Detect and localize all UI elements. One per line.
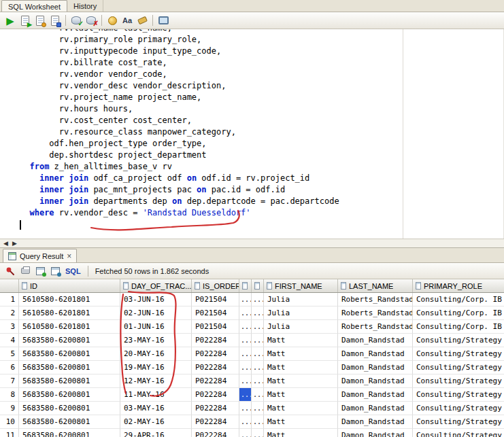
grid-cell[interactable]: Matt — [264, 415, 338, 429]
commit-button[interactable]: ✓ — [69, 13, 84, 28]
column-header[interactable] — [239, 279, 252, 292]
grid-cell[interactable]: Matt — [264, 388, 338, 402]
grid-cell[interactable]: Consulting/Corp. IB — [413, 293, 504, 307]
grid-cell[interactable]: ... — [239, 334, 252, 347]
row-number-cell[interactable]: 5 — [0, 347, 19, 361]
grid-cell[interactable]: Roberts_Randstad — [338, 320, 413, 334]
grid-cell[interactable]: Damon_Randstad — [338, 429, 413, 437]
grid-cell[interactable]: Consulting/Strategy — [413, 361, 504, 374]
grid-cell[interactable]: P021504 — [192, 307, 239, 320]
grid-cell[interactable]: P022284 — [192, 361, 239, 374]
row-number-cell[interactable]: 1 — [0, 293, 19, 307]
grid-cell[interactable]: 23-MAY-16 — [120, 334, 192, 347]
grid-cell[interactable]: P022284 — [192, 347, 239, 361]
row-number-cell[interactable]: 6 — [0, 361, 19, 374]
grid-cell[interactable]: ... — [252, 361, 264, 374]
grid-cell[interactable]: 5683580-6200801 — [19, 374, 120, 388]
fetch-grid-button[interactable] — [48, 264, 63, 279]
grid-cell[interactable]: Damon_Randstad — [338, 415, 413, 429]
grid-cell[interactable]: Matt — [264, 429, 338, 437]
grid-cell[interactable]: Consulting/Strategy — [413, 388, 504, 402]
grid-cell[interactable]: ... — [252, 429, 264, 437]
grid-cell[interactable]: P022284 — [192, 374, 239, 388]
grid-cell[interactable]: 5683580-6200801 — [19, 347, 120, 361]
grid-cell[interactable]: P022284 — [192, 388, 239, 402]
run-statement-button[interactable]: ▶ — [3, 13, 18, 28]
grid-cell[interactable]: ... — [252, 293, 264, 307]
grid-cell[interactable]: ... — [239, 429, 252, 437]
scroll-left-icon[interactable]: ◀ — [3, 241, 8, 247]
grid-cell[interactable]: ... — [252, 334, 264, 347]
grid-cell[interactable]: Matt — [264, 361, 338, 374]
grid-cell[interactable]: Matt — [264, 402, 338, 415]
case-toggle-button[interactable]: Aa — [120, 13, 135, 28]
column-header[interactable] — [252, 279, 264, 292]
grid-cell[interactable]: P022284 — [192, 402, 239, 415]
grid-cell[interactable]: ... — [239, 347, 252, 361]
tab-history[interactable]: History — [67, 0, 103, 12]
grid-cell[interactable]: ... — [252, 402, 264, 415]
grid-cell[interactable]: ... — [252, 374, 264, 388]
refresh-grid-button[interactable] — [33, 264, 48, 279]
grid-cell[interactable]: Matt — [264, 334, 338, 347]
grid-cell[interactable]: ... — [252, 415, 264, 429]
grid-cell[interactable]: ... — [239, 415, 252, 429]
grid-cell[interactable]: 01-JUN-16 — [120, 320, 192, 334]
monitor-button[interactable] — [156, 13, 171, 28]
grid-cell[interactable]: Consulting/Corp. IB — [413, 320, 504, 334]
column-header-day-of-trac[interactable]: DAY_OF_TRAC... — [120, 279, 192, 292]
grid-cell[interactable]: 5683580-6200801 — [19, 361, 120, 374]
grid-cell[interactable]: Damon_Randstad — [338, 402, 413, 415]
grid-cell[interactable]: 29-APR-16 — [120, 429, 192, 437]
grid-cell[interactable]: ... — [252, 320, 264, 334]
grid-cell[interactable]: 5683580-6200801 — [19, 402, 120, 415]
grid-cell[interactable]: Consulting/Strategy — [413, 374, 504, 388]
grid-cell[interactable]: 5683580-6200801 — [19, 334, 120, 347]
grid-cell[interactable]: ... — [252, 347, 264, 361]
grid-cell[interactable]: P022284 — [192, 415, 239, 429]
grid-cell[interactable]: ... — [239, 402, 252, 415]
grid-cell[interactable]: 5610580-6201801 — [19, 307, 120, 320]
sql-editor[interactable]: rv.last_name last_name, rv.primary_role … — [0, 29, 504, 239]
grid-cell[interactable]: Damon_Randstad — [338, 374, 413, 388]
grid-cell[interactable]: 19-MAY-16 — [120, 361, 192, 374]
grid-cell[interactable]: Consulting/Strategy — [413, 402, 504, 415]
row-number-cell[interactable]: 7 — [0, 374, 19, 388]
grid-cell[interactable]: Damon_Randstad — [338, 334, 413, 347]
grid-cell[interactable]: 12-MAY-16 — [120, 374, 192, 388]
grid-cell[interactable]: ... — [252, 388, 264, 402]
grid-cell[interactable]: Consulting/Strategy — [413, 415, 504, 429]
grid-cell[interactable]: Damon_Randstad — [338, 388, 413, 402]
grid-cell[interactable]: Matt — [264, 374, 338, 388]
grid-cell[interactable]: Roberts_Randstad — [338, 307, 413, 320]
column-header-id[interactable]: ID — [19, 279, 120, 292]
grid-cell[interactable]: Matt — [264, 347, 338, 361]
row-number-cell[interactable]: 11 — [0, 429, 19, 437]
grid-cell[interactable]: 03-JUN-16 — [120, 293, 192, 307]
grid-cell[interactable]: P021504 — [192, 293, 239, 307]
grid-cell[interactable]: 5610580-6201801 — [19, 320, 120, 334]
column-header-last-name[interactable]: LAST_NAME — [338, 279, 413, 292]
row-number-cell[interactable]: 2 — [0, 307, 19, 320]
grid-cell[interactable]: ... — [239, 307, 252, 320]
pin-button[interactable] — [3, 264, 18, 279]
tab-query-result[interactable]: Query Result × — [3, 249, 77, 262]
scroll-right-icon[interactable]: ▶ — [12, 241, 17, 247]
grid-cell[interactable]: 11-MAY-16 — [120, 388, 192, 402]
column-header-primary-role[interactable]: PRIMARY_ROLE — [413, 279, 504, 292]
grid-cell[interactable]: 02-MAY-16 — [120, 415, 192, 429]
row-number-cell[interactable]: 9 — [0, 402, 19, 415]
grid-cell[interactable]: ... — [239, 293, 252, 307]
close-icon[interactable]: × — [67, 252, 71, 260]
editor-hscrollbar[interactable]: ◀ ▶ — [0, 239, 504, 248]
grid-cell[interactable]: ... — [239, 374, 252, 388]
grid-cell[interactable]: Roberts_Randstad — [338, 293, 413, 307]
grid-cell[interactable]: 5683580-6200801 — [19, 429, 120, 437]
grid-cell[interactable]: P022284 — [192, 334, 239, 347]
grid-cell[interactable]: Consulting/Strategy — [413, 347, 504, 361]
grid-cell[interactable]: Julia — [264, 293, 338, 307]
grid-cell[interactable]: Consulting/Strategy — [413, 429, 504, 437]
row-number-cell[interactable]: 3 — [0, 320, 19, 334]
grid-cell[interactable]: 5683580-6200801 — [19, 388, 120, 402]
print-button[interactable] — [18, 264, 33, 279]
